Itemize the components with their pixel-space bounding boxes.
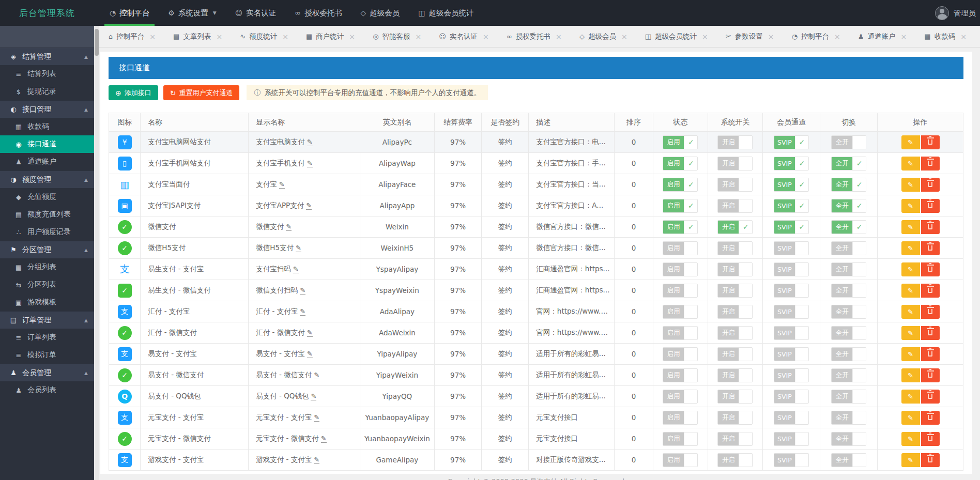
close-icon[interactable]: × (621, 33, 627, 41)
sidebar-item-游戏模板[interactable]: ▣ 游戏模板 (0, 293, 94, 311)
sidebar-group-接口管理[interactable]: ◐ 接口管理▲ (0, 100, 94, 118)
edit-button[interactable]: ✎ (901, 284, 920, 298)
system-switch[interactable]: 开启 ✓ (717, 432, 753, 446)
close-icon[interactable]: × (483, 33, 489, 41)
nav-item-超级会员统计[interactable]: ◫超级会员统计 (409, 0, 483, 26)
nav-item-系统设置[interactable]: ⚙系统设置 ▼ (159, 0, 225, 26)
edit-pencil-icon[interactable]: ✎ (314, 456, 319, 464)
svip-switch[interactable]: SVIP ✓ (774, 326, 809, 340)
svip-switch[interactable]: SVIP ✓ (774, 432, 809, 446)
delete-button[interactable] (921, 284, 940, 298)
status-switch[interactable]: 启用 ✓ (663, 241, 698, 255)
edit-pencil-icon[interactable]: ✎ (307, 159, 313, 167)
scrollbar-thumb[interactable] (95, 29, 99, 56)
delete-button[interactable] (921, 390, 940, 404)
svip-switch[interactable]: SVIP ✓ (774, 347, 809, 361)
delete-button[interactable] (921, 157, 940, 171)
edit-button[interactable]: ✎ (901, 199, 920, 213)
tab-控制平台[interactable]: ◔ 控制平台 × (792, 32, 840, 41)
sidebar-group-结算管理[interactable]: ◈ 结算管理▲ (0, 48, 94, 65)
status-switch[interactable]: 启用 ✓ (663, 199, 698, 213)
nav-item-控制平台[interactable]: ◔控制平台 (100, 0, 159, 26)
reset-user-channel-button[interactable]: ↻重置用户支付通道 (163, 85, 240, 100)
edit-button[interactable]: ✎ (901, 305, 920, 319)
close-icon[interactable]: × (415, 33, 421, 41)
sidebar-item-提现记录[interactable]: $ 提现记录 (0, 83, 94, 100)
delete-button[interactable] (921, 135, 940, 149)
system-switch[interactable]: 开启 ✓ (717, 368, 753, 382)
edit-button[interactable]: ✎ (901, 262, 920, 276)
edit-pencil-icon[interactable]: ✎ (296, 244, 301, 252)
system-switch[interactable]: 开启 ✓ (717, 284, 753, 298)
edit-pencil-icon[interactable]: ✎ (314, 371, 319, 379)
system-switch[interactable]: 开启 ✓ (717, 305, 753, 319)
add-interface-button[interactable]: ⊕添加接口 (109, 85, 158, 100)
sidebar-item-用户额度记录[interactable]: ∴ 用户额度记录 (0, 223, 94, 241)
status-switch[interactable]: 启用 ✓ (663, 157, 698, 171)
system-switch[interactable]: 开启 ✓ (717, 347, 753, 361)
edit-pencil-icon[interactable]: ✎ (307, 138, 313, 146)
svip-switch[interactable]: SVIP ✓ (774, 241, 809, 255)
edit-button[interactable]: ✎ (901, 347, 920, 361)
status-switch[interactable]: 启用 ✓ (663, 135, 698, 149)
edit-button[interactable]: ✎ (901, 326, 920, 340)
tab-额度统计[interactable]: ∿ 额度统计 × (240, 32, 288, 41)
system-switch[interactable]: 开启 ✓ (717, 199, 753, 213)
edit-pencil-icon[interactable]: ✎ (307, 329, 313, 337)
sidebar-group-分区管理[interactable]: ⚑ 分区管理▲ (0, 241, 94, 258)
toggle-switch[interactable]: 全开 ✓ (831, 453, 866, 467)
nav-item-授权委托书[interactable]: ∞授权委托书 (285, 0, 351, 26)
toggle-switch[interactable]: 全开 ✓ (831, 241, 866, 255)
delete-button[interactable] (921, 241, 940, 255)
edit-button[interactable]: ✎ (901, 220, 920, 234)
delete-button[interactable] (921, 305, 940, 319)
svip-switch[interactable]: SVIP ✓ (774, 178, 809, 192)
status-switch[interactable]: 启用 ✓ (663, 432, 698, 446)
status-switch[interactable]: 启用 ✓ (663, 262, 698, 276)
system-switch[interactable]: 开启 ✓ (717, 178, 753, 192)
sidebar-item-分组列表[interactable]: ▦ 分组列表 (0, 258, 94, 276)
sidebar-item-通道账户[interactable]: ♟ 通道账户 (0, 153, 94, 171)
edit-pencil-icon[interactable]: ✎ (321, 435, 327, 443)
system-switch[interactable]: 开启 ✓ (717, 453, 753, 467)
close-icon[interactable]: × (901, 33, 907, 41)
toggle-switch[interactable]: 全开 ✓ (831, 220, 866, 234)
edit-pencil-icon[interactable]: ✎ (314, 413, 319, 422)
sidebar-item-会员列表[interactable]: ♟ 会员列表 (0, 381, 94, 399)
close-icon[interactable]: × (149, 33, 156, 41)
system-switch[interactable]: 开启 ✓ (717, 262, 753, 276)
sidebar-item-接口通道[interactable]: ◉ 接口通道 (0, 135, 94, 153)
scrollbar[interactable] (94, 26, 99, 480)
tab-超级会员[interactable]: ◇ 超级会员 × (579, 32, 627, 41)
nav-item-实名认证[interactable]: ☺实名认证 (226, 0, 286, 26)
svip-switch[interactable]: SVIP ✓ (774, 453, 809, 467)
close-icon[interactable]: × (960, 33, 967, 41)
svip-switch[interactable]: SVIP ✓ (774, 135, 809, 149)
edit-pencil-icon[interactable]: ✎ (307, 350, 313, 358)
system-switch[interactable]: 开启 ✓ (717, 241, 753, 255)
sidebar-item-分区列表[interactable]: ⇆ 分区列表 (0, 276, 94, 293)
close-icon[interactable]: × (556, 33, 562, 41)
toggle-switch[interactable]: 全开 ✓ (831, 305, 866, 319)
tab-智能客服[interactable]: ◎ 智能客服 × (373, 32, 421, 41)
status-switch[interactable]: 启用 ✓ (663, 284, 698, 298)
tab-超级会员统计[interactable]: ◫ 超级会员统计 × (645, 32, 708, 41)
edit-button[interactable]: ✎ (901, 241, 920, 255)
system-switch[interactable]: 开启 ✓ (717, 390, 753, 404)
system-switch[interactable]: 开启 ✓ (717, 135, 753, 149)
status-switch[interactable]: 启用 ✓ (663, 368, 698, 382)
tab-收款码[interactable]: ▦ 收款码 × (924, 32, 967, 41)
svip-switch[interactable]: SVIP ✓ (774, 199, 809, 213)
sidebar-item-充值额度[interactable]: ◆ 充值额度 (0, 188, 94, 206)
system-switch[interactable]: 开启 ✓ (717, 157, 753, 171)
svip-switch[interactable]: SVIP ✓ (774, 284, 809, 298)
status-switch[interactable]: 启用 ✓ (663, 305, 698, 319)
edit-pencil-icon[interactable]: ✎ (286, 223, 292, 231)
sidebar-group-额度管理[interactable]: ◑ 额度管理▲ (0, 171, 94, 188)
delete-button[interactable] (921, 453, 940, 467)
svip-switch[interactable]: SVIP ✓ (774, 220, 809, 234)
edit-button[interactable]: ✎ (901, 157, 920, 171)
svip-switch[interactable]: SVIP ✓ (774, 411, 809, 425)
sidebar-group-订单管理[interactable]: ▤ 订单管理▲ (0, 311, 94, 329)
svip-switch[interactable]: SVIP ✓ (774, 157, 809, 171)
